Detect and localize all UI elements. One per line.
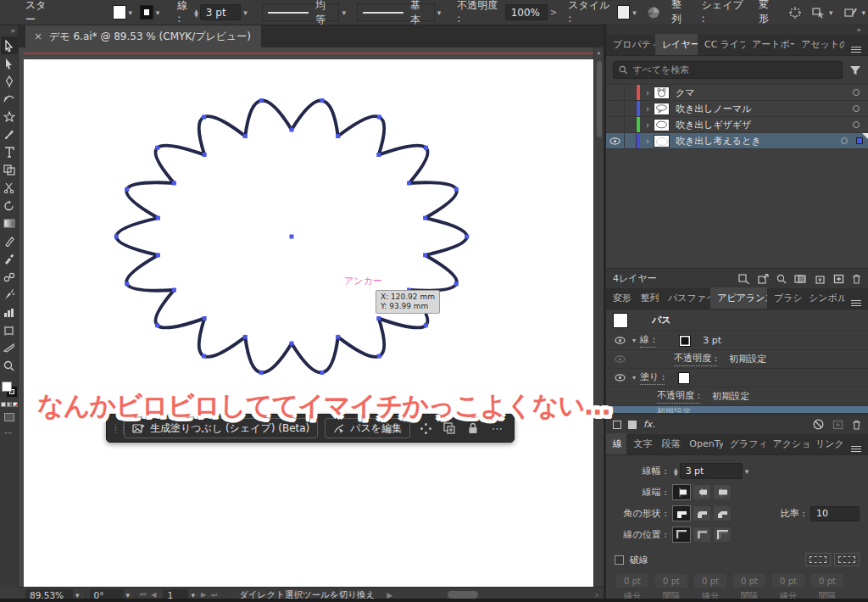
dash-value-field[interactable]: 0 pt	[694, 574, 726, 588]
last-artboard-icon[interactable]: ⏭	[211, 591, 217, 599]
tab-symbols[interactable]: シンボル	[802, 287, 844, 309]
contextual-task-bar[interactable]: ⋮⋮⋮⋮ 生成塗りつぶし (シェイプ) (Beta) パスを編集	[106, 414, 515, 443]
layer-name[interactable]: 吹き出しギザギザ	[676, 119, 752, 131]
gradient-button[interactable]	[7, 402, 12, 407]
layer-thumbnail[interactable]	[654, 119, 670, 131]
dash-value-field[interactable]: 0 pt	[733, 574, 765, 588]
appearance-item-row[interactable]: パス	[606, 309, 868, 332]
appearance-stroke-row[interactable]: ▾ 線 : 3 pt	[606, 332, 868, 350]
expand-layer-icon[interactable]: ›	[646, 104, 649, 114]
add-stroke-icon[interactable]	[613, 421, 621, 429]
fill-attr-label[interactable]: 塗り :	[640, 371, 665, 385]
chevron-down-icon[interactable]: ▾	[829, 8, 833, 17]
layer-name[interactable]: 吹き出し考えるとき	[676, 135, 761, 148]
visibility-toggle[interactable]	[611, 337, 628, 344]
opacity-expand-icon[interactable]: >	[550, 8, 557, 17]
vertical-scroll-thumb[interactable]	[597, 61, 602, 137]
tab-transform[interactable]: 変形	[606, 287, 634, 309]
tab-layers[interactable]: レイヤー	[655, 34, 698, 55]
layer-row-fukidashi-gizagiza[interactable]: › 吹き出しギザギザ	[606, 117, 868, 133]
export-icon[interactable]	[758, 274, 769, 284]
new-sublayer-icon[interactable]	[814, 274, 826, 284]
fill-swatch[interactable]	[678, 372, 690, 384]
clear-appearance-icon[interactable]	[813, 419, 824, 430]
layer-thumbnail[interactable]	[654, 103, 670, 115]
panel-menu-icon[interactable]	[844, 43, 868, 55]
draw-mode-button[interactable]	[4, 413, 14, 421]
layer-row-fukidashi-kangaeru[interactable]: › 吹き出し考えるとき	[606, 133, 868, 149]
panel-menu-icon[interactable]	[844, 443, 868, 454]
opacity-attr-label[interactable]: 不透明度 :	[674, 352, 717, 366]
visibility-cell[interactable]	[606, 133, 625, 148]
miter-limit-field[interactable]: 10	[810, 506, 860, 521]
visibility-cell[interactable]	[606, 101, 625, 116]
generative-fill-button[interactable]: 生成塗りつぶし (シェイプ) (Beta)	[124, 418, 318, 438]
tab-stroke[interactable]: 線	[606, 433, 626, 454]
scissors-tool[interactable]	[1, 179, 18, 197]
chevron-down-icon[interactable]: ▾	[745, 467, 749, 476]
tab-brushes[interactable]: ブラシ	[767, 287, 802, 309]
rotate-tool[interactable]	[1, 197, 18, 215]
miter-join-button[interactable]	[672, 505, 691, 521]
layer-name[interactable]: クマ	[676, 86, 695, 99]
chevron-down-icon[interactable]: ▾	[862, 8, 866, 17]
drag-handle-icon[interactable]: ⋮⋮⋮⋮	[112, 425, 117, 432]
next-artboard-icon[interactable]: ▶	[201, 591, 206, 599]
appearance-selected-row-clipped[interactable]: 初期設定	[606, 406, 868, 414]
chevron-down-icon[interactable]: ▾	[628, 337, 640, 344]
scroll-up-icon[interactable]: ▴	[594, 49, 604, 56]
new-layer-icon[interactable]	[833, 274, 844, 284]
chevron-down-icon[interactable]: ▾	[129, 8, 133, 17]
preserve-dash-button[interactable]	[805, 553, 831, 566]
horizontal-scroll-thumb[interactable]	[448, 591, 478, 599]
layer-thumbnail[interactable]	[654, 135, 670, 148]
tab-artboards[interactable]: アートボー	[745, 34, 794, 55]
align-center-button[interactable]	[672, 527, 691, 543]
visibility-toggle[interactable]	[611, 374, 628, 382]
dash-value-field[interactable]: 0 pt	[811, 574, 843, 588]
delete-layer-icon[interactable]	[852, 274, 861, 284]
align-inside-button[interactable]	[693, 527, 711, 543]
fill-color-swatch[interactable]	[113, 5, 126, 20]
width-profile-dropdown[interactable]: 均等	[262, 3, 340, 21]
round-join-button[interactable]	[693, 505, 711, 521]
search-input[interactable]	[632, 64, 837, 75]
chevron-down-icon[interactable]: ▾	[156, 8, 160, 17]
lock-icon[interactable]	[465, 420, 481, 437]
fill-proxy[interactable]	[2, 382, 12, 392]
eye-icon[interactable]	[615, 374, 626, 382]
symbol-sprayer-tool[interactable]	[1, 286, 18, 304]
eye-icon[interactable]	[615, 355, 626, 363]
chevron-down-icon[interactable]: ▾	[632, 8, 637, 17]
none-button[interactable]	[13, 402, 18, 407]
chevron-down-icon[interactable]: ▾	[243, 8, 248, 17]
duplicate-icon[interactable]	[441, 420, 458, 437]
blend-tool[interactable]	[1, 268, 18, 286]
opacity-attr-value[interactable]: 初期設定	[729, 353, 766, 365]
duplicate-item-icon[interactable]	[832, 420, 843, 430]
tab-cc-libraries[interactable]: CC ライブ	[698, 34, 745, 55]
type-tool[interactable]	[1, 143, 18, 161]
tab-align[interactable]: 整列	[634, 287, 662, 309]
collapse-dock-icon[interactable]: »	[856, 25, 861, 34]
lock-cell[interactable]	[625, 133, 637, 148]
visibility-cell[interactable]	[606, 85, 625, 100]
graphic-style-swatch[interactable]	[617, 5, 631, 20]
dash-value-field[interactable]: 0 pt	[616, 574, 648, 588]
lock-cell[interactable]	[625, 117, 637, 132]
selection-tool[interactable]	[1, 36, 18, 54]
chevron-down-icon[interactable]: ▾	[342, 8, 346, 17]
expand-layer-icon[interactable]: ›	[646, 120, 649, 130]
chevron-down-icon[interactable]: ▾	[75, 591, 80, 599]
lock-cell[interactable]	[625, 101, 637, 116]
layer-thumbnail[interactable]	[654, 86, 670, 99]
opacity-attr-label[interactable]: 不透明度 :	[657, 389, 700, 404]
style-label[interactable]: スタイル :	[568, 0, 612, 26]
collect-for-export-icon[interactable]	[738, 274, 750, 284]
tab-graphic-styles[interactable]: グラフィ	[723, 433, 766, 454]
layer-target-icon[interactable]	[853, 89, 860, 96]
stroke-attr-label[interactable]: 線 :	[640, 333, 655, 348]
chevron-down-icon[interactable]: ▾	[126, 591, 131, 599]
document-tab[interactable]: × デモ 6.ai* @ 89.53 % (CMYK/プレビュー)	[25, 25, 261, 47]
tab-actions[interactable]: アクショ	[765, 433, 809, 454]
